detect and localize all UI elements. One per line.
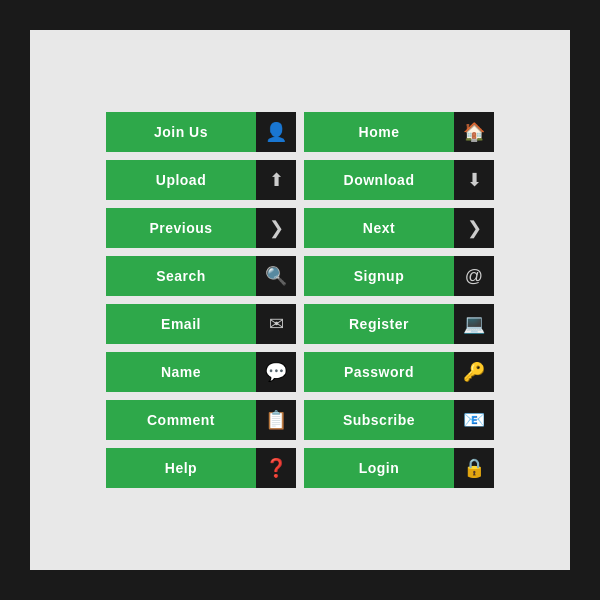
next-label: Next	[304, 208, 454, 248]
signup-icon: @	[454, 256, 494, 296]
email-label: Email	[106, 304, 256, 344]
next-button[interactable]: Next❯	[304, 208, 494, 248]
password-label: Password	[304, 352, 454, 392]
login-icon: 🔒	[454, 448, 494, 488]
next-icon: ❯	[454, 208, 494, 248]
home-button[interactable]: Home🏠	[304, 112, 494, 152]
password-icon: 🔑	[454, 352, 494, 392]
comment-icon: 📋	[256, 400, 296, 440]
previous-icon: ❯	[256, 208, 296, 248]
email-button[interactable]: Email✉	[106, 304, 296, 344]
signup-button[interactable]: Signup@	[304, 256, 494, 296]
main-frame: Join Us👤Home🏠Upload⬆Download⬇Previous❯Ne…	[30, 30, 570, 570]
subscribe-icon: 📧	[454, 400, 494, 440]
comment-button[interactable]: Comment📋	[106, 400, 296, 440]
register-icon: 💻	[454, 304, 494, 344]
subscribe-button[interactable]: Subscribe📧	[304, 400, 494, 440]
help-label: Help	[106, 448, 256, 488]
name-button[interactable]: Name💬	[106, 352, 296, 392]
search-button[interactable]: Search🔍	[106, 256, 296, 296]
download-button[interactable]: Download⬇	[304, 160, 494, 200]
search-label: Search	[106, 256, 256, 296]
name-icon: 💬	[256, 352, 296, 392]
help-button[interactable]: Help❓	[106, 448, 296, 488]
email-icon: ✉	[256, 304, 296, 344]
download-label: Download	[304, 160, 454, 200]
search-icon: 🔍	[256, 256, 296, 296]
join-us-icon: 👤	[256, 112, 296, 152]
register-button[interactable]: Register💻	[304, 304, 494, 344]
join-us-button[interactable]: Join Us👤	[106, 112, 296, 152]
previous-button[interactable]: Previous❯	[106, 208, 296, 248]
home-icon: 🏠	[454, 112, 494, 152]
password-button[interactable]: Password🔑	[304, 352, 494, 392]
upload-label: Upload	[106, 160, 256, 200]
button-grid: Join Us👤Home🏠Upload⬆Download⬇Previous❯Ne…	[86, 92, 514, 508]
previous-label: Previous	[106, 208, 256, 248]
join-us-label: Join Us	[106, 112, 256, 152]
upload-icon: ⬆	[256, 160, 296, 200]
help-icon: ❓	[256, 448, 296, 488]
login-button[interactable]: Login🔒	[304, 448, 494, 488]
signup-label: Signup	[304, 256, 454, 296]
download-icon: ⬇	[454, 160, 494, 200]
login-label: Login	[304, 448, 454, 488]
home-label: Home	[304, 112, 454, 152]
comment-label: Comment	[106, 400, 256, 440]
subscribe-label: Subscribe	[304, 400, 454, 440]
upload-button[interactable]: Upload⬆	[106, 160, 296, 200]
name-label: Name	[106, 352, 256, 392]
register-label: Register	[304, 304, 454, 344]
